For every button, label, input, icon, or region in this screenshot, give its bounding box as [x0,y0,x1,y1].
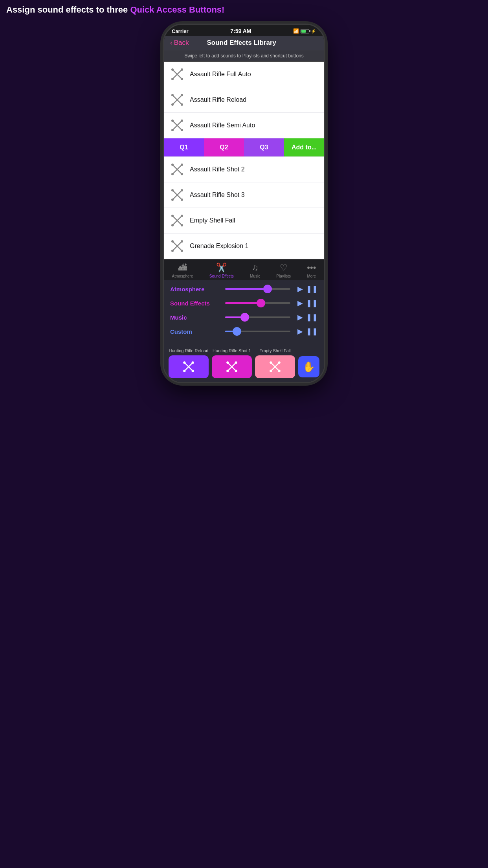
svg-point-11 [171,103,174,106]
svg-point-16 [181,120,183,122]
hand-icon: ✋ [303,361,315,373]
svg-point-22 [181,164,183,166]
status-bar: Carrier 7:59 AM 📶 ⚡ [164,25,324,36]
add-to-button[interactable]: Add to... [284,138,324,156]
back-chevron-icon: ‹ [170,39,172,47]
tab-bar: 🏙 Atmosphere ✂️ Sound Effects ♫ Music ♡ … [164,259,324,280]
sound-icon [170,67,184,81]
sound-effects-play-button[interactable]: ▶ [297,299,303,307]
qa3-button[interactable] [255,355,295,378]
svg-point-47 [183,370,185,372]
svg-point-57 [278,370,281,372]
atmosphere-track [225,288,268,290]
svg-point-51 [235,370,237,372]
swipe-hint: Swipe left to add sounds to Playlists an… [164,50,324,62]
svg-point-46 [192,361,194,364]
qa1-wrapper: Hunting Rifle Reload [169,348,209,378]
nav-bar: ‹ Back Sound Effects Library [164,36,324,50]
swipe-action-row: Q1 Q2 Q3 Add to... [164,138,324,157]
tab-atmosphere[interactable]: 🏙 Atmosphere [169,263,196,278]
list-item-label: Assault Rifle Shot 3 [190,191,245,199]
music-play-button[interactable]: ▶ [297,313,303,322]
mixer-row-atmosphere: Atmosphere ▶ ❚❚ [170,285,318,293]
tab-sound-effects[interactable]: ✂️ Sound Effects [206,263,237,278]
svg-point-29 [171,199,174,201]
svg-point-20 [171,164,174,166]
music-pause-button[interactable]: ❚❚ [306,313,318,322]
hand-button[interactable]: ✋ [298,356,319,377]
status-right-icons: 📶 ⚡ [293,28,316,34]
phone-device: Carrier 7:59 AM 📶 ⚡ ‹ Back Sound Effects… [163,24,325,383]
svg-point-58 [278,361,281,364]
mixer-custom-label: Custom [170,328,221,335]
svg-point-34 [181,215,183,217]
custom-pause-button[interactable]: ❚❚ [306,327,318,336]
playlists-tab-icon: ♡ [280,263,288,273]
qa1-icon [182,360,195,373]
sound-effects-slider[interactable] [225,302,290,304]
page-title: Sound Effects Library [207,39,276,47]
sound-effects-track [225,302,261,304]
tab-music[interactable]: ♫ Music [247,263,263,278]
swipe-hint-text: Swipe left to add sounds to Playlists an… [184,53,304,59]
sound-effects-pause-button[interactable]: ❚❚ [306,299,318,307]
tab-sound-effects-label: Sound Effects [209,274,234,278]
atmosphere-pause-button[interactable]: ❚❚ [306,285,318,293]
svg-point-27 [181,199,183,201]
q3-button[interactable]: Q3 [244,138,284,156]
music-tab-icon: ♫ [252,263,259,273]
status-time: 7:59 AM [230,28,251,34]
atmosphere-thumb[interactable] [263,285,272,293]
list-item[interactable]: Empty Shell Fall [164,208,324,234]
q1-button[interactable]: Q1 [164,138,204,156]
atmosphere-tab-icon: 🏙 [178,263,187,273]
sound-icon [170,118,184,132]
qa2-icon [226,360,238,373]
atmosphere-play-button[interactable]: ▶ [297,285,303,293]
music-slider[interactable] [225,316,290,318]
sound-icon [170,239,184,253]
list-item-label: Empty Shell Fall [190,217,235,224]
list-item[interactable]: Assault Rifle Reload [164,87,324,113]
sound-effects-thumb[interactable] [257,299,265,307]
promo-text-plain: Assign sound effects to three [6,5,130,15]
mixer-music-label: Music [170,314,221,321]
custom-controls: ▶ ❚❚ [297,327,318,336]
list-item[interactable]: Assault Rifle Shot 3 [164,182,324,208]
svg-point-32 [171,215,174,217]
tab-more[interactable]: ••• More [304,263,319,278]
custom-slider[interactable] [225,331,290,332]
list-item-label: Assault Rifle Full Auto [190,71,251,78]
svg-point-9 [181,103,183,106]
svg-point-10 [181,94,183,96]
custom-play-button[interactable]: ▶ [297,327,303,336]
svg-point-45 [192,370,194,372]
more-tab-icon: ••• [307,263,316,273]
svg-point-59 [270,370,272,372]
list-item-label: Assault Rifle Shot 2 [190,166,245,173]
mixer-section: Atmosphere ▶ ❚❚ Sound Effects ▶ ❚❚ [164,280,324,346]
battery-fill [301,30,306,33]
qa2-button[interactable] [212,355,252,378]
back-label: Back [174,39,189,47]
wifi-icon: 📶 [293,28,299,34]
svg-point-4 [181,68,183,71]
music-controls: ▶ ❚❚ [297,313,318,322]
atmosphere-slider[interactable] [225,288,290,290]
tab-playlists[interactable]: ♡ Playlists [273,263,294,278]
atmosphere-controls: ▶ ❚❚ [297,285,318,293]
list-item[interactable]: Grenade Explosion 1 [164,234,324,259]
list-item[interactable]: Assault Rifle Full Auto [164,62,324,87]
svg-point-8 [171,94,174,96]
q2-button[interactable]: Q2 [204,138,244,156]
qa1-button[interactable] [169,355,209,378]
list-item[interactable]: Assault Rifle Semi Auto [164,113,324,138]
qa3-icon [269,360,281,373]
music-thumb[interactable] [240,313,249,322]
list-item[interactable]: Assault Rifle Shot 2 [164,157,324,182]
sound-effects-tab-icon: ✂️ [216,263,227,273]
back-button[interactable]: ‹ Back [170,39,189,47]
custom-thumb[interactable] [233,327,241,336]
sound-icon [170,188,184,202]
promo-text-accent: Quick Access Buttons! [130,5,224,15]
